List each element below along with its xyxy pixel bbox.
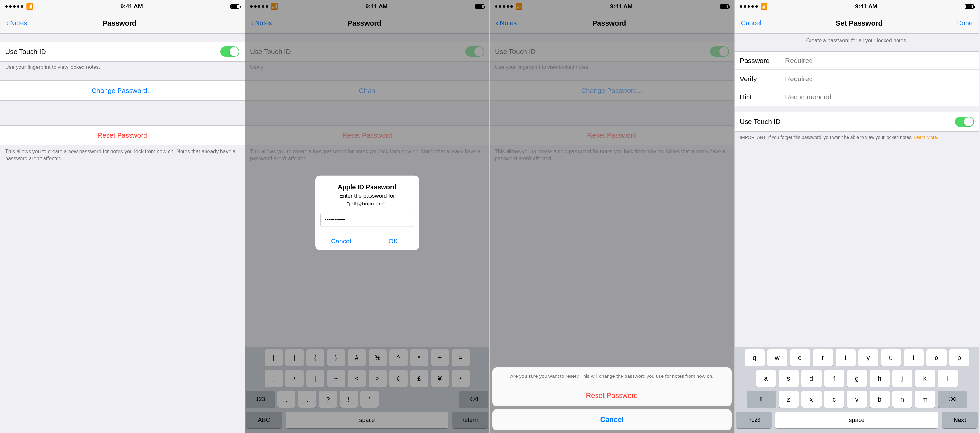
hint-input[interactable] <box>785 93 974 101</box>
key-i[interactable]: i <box>904 349 924 366</box>
important-text: IMPORTANT: If you forget this password, … <box>735 132 979 143</box>
key-t[interactable]: t <box>835 349 856 366</box>
password-input[interactable] <box>785 57 974 65</box>
status-left-4: 📶 <box>740 3 768 10</box>
key-s[interactable]: s <box>779 370 799 387</box>
verify-input[interactable] <box>785 75 974 83</box>
panel-2: 📶 9:41 AM ‹ Notes Password Use Touch ID … <box>245 0 490 433</box>
dialog-ok-button[interactable]: OK <box>367 232 419 250</box>
status-right-4 <box>965 4 974 9</box>
action-sheet-3: Are you sure you want to reset? This wil… <box>490 368 734 433</box>
hint-field-row: Hint <box>735 88 979 106</box>
dialog-message: Enter the password for"jeff@bnjm.org". <box>315 192 419 213</box>
apple-id-dialog: Apple ID Password Enter the password for… <box>315 176 419 250</box>
panel-3: 📶 9:41 AM ‹ Notes Password Use Touch ID … <box>490 0 735 433</box>
status-left-1: 📶 <box>5 3 33 10</box>
reset-password-row[interactable]: Reset Password <box>0 125 245 146</box>
touch-id-section-4: Use Touch ID <box>735 112 979 132</box>
key-space-4[interactable]: space <box>775 412 938 428</box>
nav-title-4: Set Password <box>836 19 883 28</box>
key-m[interactable]: m <box>915 391 935 408</box>
status-right-1 <box>230 4 239 9</box>
key-g[interactable]: g <box>847 370 867 387</box>
learn-more-link[interactable]: Learn More... <box>914 135 941 140</box>
action-sheet-group: Are you sure you want to reset? This wil… <box>492 368 732 406</box>
dialog-title: Apple ID Password <box>315 176 419 192</box>
key-w[interactable]: w <box>767 349 788 366</box>
key-c[interactable]: c <box>824 391 844 408</box>
key-h[interactable]: h <box>870 370 890 387</box>
key-f[interactable]: f <box>824 370 844 387</box>
reset-footer-1: This allows you to create a new password… <box>0 146 245 165</box>
key-r[interactable]: r <box>813 349 833 366</box>
key-backspace[interactable]: ⌫ <box>938 391 967 408</box>
touch-id-row[interactable]: Use Touch ID <box>0 42 245 61</box>
next-button[interactable]: Next <box>942 412 978 428</box>
keyboard-4: q w e r t y u i o p a s d f g h j k l ⇧ … <box>735 347 979 433</box>
key-u[interactable]: u <box>881 349 901 366</box>
touch-id-toggle-4[interactable] <box>955 117 974 127</box>
signal-dots <box>5 5 23 8</box>
key-v[interactable]: v <box>847 391 867 408</box>
key-o[interactable]: o <box>926 349 947 366</box>
form-header: Create a password for all your locked no… <box>735 34 979 48</box>
key-d[interactable]: d <box>802 370 821 387</box>
wifi-icon: 📶 <box>26 3 33 10</box>
key-x[interactable]: x <box>802 391 821 408</box>
touch-id-row-4[interactable]: Use Touch ID <box>735 112 979 132</box>
key-z[interactable]: z <box>779 391 799 408</box>
key-l[interactable]: l <box>938 370 958 387</box>
hint-label: Hint <box>740 93 785 101</box>
dialog-input-wrap <box>315 213 419 232</box>
keyboard-row-2: a s d f g h j k l <box>735 368 979 389</box>
change-password-row[interactable]: Change Password... <box>0 81 245 101</box>
cancel-button-4[interactable]: Cancel <box>741 19 761 27</box>
keyboard-row-3: ⇧ z x c v b n m ⌫ <box>735 389 979 410</box>
touch-id-label-4: Use Touch ID <box>740 118 781 125</box>
key-p[interactable]: p <box>949 349 969 366</box>
key-a[interactable]: a <box>756 370 776 387</box>
battery-icon-4 <box>965 4 974 9</box>
key-k[interactable]: k <box>915 370 935 387</box>
panel-1: 📶 9:41 AM ‹ Notes Password Use Touch ID … <box>0 0 245 433</box>
key-y[interactable]: y <box>858 349 878 366</box>
status-time-4: 9:41 AM <box>855 3 877 10</box>
touch-id-label: Use Touch ID <box>5 48 46 56</box>
verify-label: Verify <box>740 75 785 83</box>
dialog-buttons: Cancel OK <box>315 232 419 250</box>
apple-id-password-input[interactable] <box>320 213 414 227</box>
key-n[interactable]: n <box>892 391 912 408</box>
touch-id-section: Use Touch ID <box>0 41 245 62</box>
battery-icon-1 <box>230 4 239 9</box>
panel-4: 📶 9:41 AM Cancel Set Password Done Creat… <box>735 0 979 433</box>
form-fields-group: Password Verify Hint <box>735 51 979 106</box>
key-shift[interactable]: ⇧ <box>747 391 776 408</box>
done-button-4[interactable]: Done <box>957 19 972 27</box>
back-button-1[interactable]: ‹ Notes <box>6 19 27 28</box>
dialog-cancel-button[interactable]: Cancel <box>315 232 367 250</box>
action-sheet-title: Are you sure you want to reset? This wil… <box>492 368 732 385</box>
verify-field-row: Verify <box>735 70 979 88</box>
status-bar-4: 📶 9:41 AM <box>735 0 979 13</box>
key-b[interactable]: b <box>870 391 890 408</box>
touch-id-sublabel: Use your fingerprint to view locked note… <box>0 62 245 75</box>
key-numbers[interactable]: .?123 <box>736 412 772 428</box>
content-1: Use Touch ID Use your fingerprint to vie… <box>0 34 245 433</box>
toggle-knob-4 <box>964 117 973 126</box>
action-sheet-reset-btn[interactable]: Reset Password <box>492 385 732 406</box>
key-q[interactable]: q <box>745 349 765 366</box>
chevron-left-icon: ‹ <box>6 19 9 28</box>
key-e[interactable]: e <box>790 349 810 366</box>
important-label: IMPORTANT: If you forget this password, … <box>740 135 912 140</box>
touch-id-toggle[interactable] <box>221 46 239 57</box>
status-time-1: 9:41 AM <box>121 3 143 10</box>
signal-dots-4 <box>740 5 758 8</box>
change-password-label: Change Password... <box>92 87 153 94</box>
key-j[interactable]: j <box>892 370 912 387</box>
action-sheet-cancel-btn[interactable]: Cancel <box>492 409 732 430</box>
password-label: Password <box>740 57 785 65</box>
nav-bar-4: Cancel Set Password Done <box>735 13 979 34</box>
keyboard-row-4: .?123 space Next <box>735 410 979 430</box>
nav-bar-1: ‹ Notes Password <box>0 13 245 34</box>
nav-title-1: Password <box>103 19 136 28</box>
